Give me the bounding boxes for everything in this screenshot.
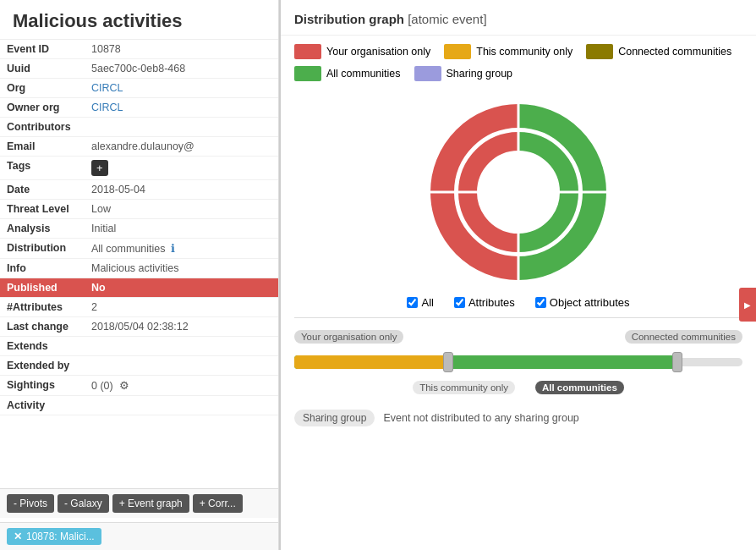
threat-row: Threat Level Low (0, 200, 278, 219)
uuid-label: Uuid (0, 59, 85, 79)
dist-label-this-community: This community only (413, 381, 515, 394)
legend-item-org: Your organisation only (294, 44, 430, 59)
event-graph-button[interactable]: + Event graph (112, 494, 189, 513)
donut-chart (421, 95, 616, 289)
tags-row: Tags + (0, 157, 278, 180)
org-link[interactable]: CIRCL (91, 82, 123, 94)
checkbox-row: All Attributes Object attributes (281, 289, 756, 317)
event-tab-item[interactable]: ✕ 10878: Malici... (7, 528, 101, 545)
org-row: Org CIRCL (0, 79, 278, 98)
org-value: CIRCL (85, 79, 278, 98)
legend-label-all: All communities (326, 68, 401, 80)
threat-value: Low (85, 200, 278, 219)
email-value: alexandre.dulaunoy@ (85, 137, 278, 157)
checkbox-object-attributes-text: Object attributes (550, 296, 630, 309)
tags-add-button[interactable]: + (91, 160, 108, 176)
checkbox-all-text: All (421, 296, 433, 309)
published-label: Published (0, 278, 85, 298)
legend-color-all (294, 66, 321, 81)
date-value: 2018-05-04 (85, 180, 278, 200)
legend-label-org: Your organisation only (326, 46, 430, 58)
expand-icon: ▶ (744, 300, 751, 310)
sightings-cell: 0 (0) ⚙ (85, 376, 278, 396)
owner-org-link[interactable]: CIRCL (91, 102, 123, 113)
legend-label-sharing: Sharing group (446, 68, 513, 80)
attributes-label: #Attributes (0, 298, 85, 317)
slider-handle-left[interactable] (443, 352, 453, 372)
page-title: Malicious activities (0, 0, 278, 40)
legend-item-sharing: Sharing group (414, 66, 513, 81)
info-row: Info Malicious activities (0, 259, 278, 278)
corr-button[interactable]: + Corr... (193, 494, 243, 513)
activity-row: Activity (0, 396, 278, 415)
uuid-row: Uuid 5aec700c-0eb8-468 (0, 59, 278, 79)
distribution-value: All communities ℹ (85, 239, 278, 259)
owner-org-row: Owner org CIRCL (0, 98, 278, 118)
contributors-label: Contributors (0, 118, 85, 137)
bottom-toolbar: - Pivots - Galaxy + Event graph + Corr..… (0, 488, 279, 518)
legend-color-org (294, 44, 321, 59)
attributes-value: 2 (85, 298, 278, 317)
event-id-value: 10878 (85, 40, 278, 59)
slider-handle-right[interactable] (672, 352, 682, 372)
sightings-label: Sightings (0, 376, 85, 396)
event-table: Event ID 10878 Uuid 5aec700c-0eb8-468 Or… (0, 40, 278, 415)
sharing-group-badge: Sharing group (294, 410, 375, 426)
event-id-label: Event ID (0, 40, 85, 59)
extended-by-label: Extended by (0, 356, 85, 376)
last-change-label: Last change (0, 317, 85, 337)
checkbox-attributes-text: Attributes (468, 296, 515, 309)
legend-item-community: This community only (444, 44, 572, 59)
modal-title: Distribution graph (294, 12, 404, 26)
red-expand-button[interactable]: ▶ (739, 288, 756, 322)
close-icon: ✕ (14, 531, 22, 542)
checkbox-all[interactable] (407, 297, 418, 308)
analysis-row: Analysis Initial (0, 219, 278, 239)
info-icon: ℹ (171, 243, 175, 255)
dist-label-connected: Connected communities (625, 330, 742, 344)
distribution-row: Distribution All communities ℹ (0, 239, 278, 259)
tags-cell: + (85, 157, 278, 180)
checkbox-object-attributes-label[interactable]: Object attributes (535, 296, 630, 309)
attributes-row: #Attributes 2 (0, 298, 278, 317)
checkbox-all-label[interactable]: All (407, 296, 433, 309)
threat-label: Threat Level (0, 200, 85, 219)
email-row: Email alexandre.dulaunoy@ (0, 137, 278, 157)
email-label: Email (0, 137, 85, 157)
chart-area (281, 86, 756, 289)
last-change-value: 2018/05/04 02:38:12 (85, 317, 278, 337)
sightings-row: Sightings 0 (0) ⚙ (0, 376, 278, 396)
dist-label-all-communities: All communities (535, 381, 624, 394)
published-row: Published No (0, 278, 278, 298)
checkbox-attributes-label[interactable]: Attributes (454, 296, 515, 309)
modal-subtitle: [atomic event] (408, 12, 486, 26)
checkbox-attributes[interactable] (454, 297, 465, 308)
date-label: Date (0, 180, 85, 200)
sightings-value: 0 (0) (91, 380, 113, 392)
slider-track (294, 350, 742, 374)
galaxy-button[interactable]: - Galaxy (58, 494, 109, 513)
owner-org-value: CIRCL (85, 98, 278, 118)
distribution-labels-top: Your organisation only Connected communi… (294, 330, 742, 344)
extends-row: Extends (0, 337, 278, 356)
modal-header: Distribution graph [atomic event] (281, 0, 756, 36)
contributors-row: Contributors (0, 118, 278, 137)
info-value: Malicious activities (85, 259, 278, 278)
extended-by-row: Extended by (0, 356, 278, 376)
distribution-area: Your organisation only Connected communi… (281, 318, 756, 403)
contributors-value (85, 118, 278, 137)
uuid-value: 5aec700c-0eb8-468 (85, 59, 278, 79)
sightings-icon[interactable]: ⚙ (119, 380, 129, 392)
checkbox-object-attributes[interactable] (535, 297, 546, 308)
legend-label-connected: Connected communities (618, 46, 731, 58)
event-tab-bar: ✕ 10878: Malici... (0, 522, 279, 550)
tags-label: Tags (0, 157, 85, 180)
analysis-value: Initial (85, 219, 278, 239)
svg-point-6 (489, 162, 548, 222)
sharing-group-text: Event not distributed to any sharing gro… (383, 412, 578, 424)
left-panel: Malicious activities Event ID 10878 Uuid… (0, 0, 279, 550)
date-row: Date 2018-05-04 (0, 180, 278, 200)
distribution-modal: Distribution graph [atomic event] Your o… (279, 0, 756, 550)
activity-label: Activity (0, 396, 85, 415)
pivots-button[interactable]: - Pivots (7, 494, 54, 513)
